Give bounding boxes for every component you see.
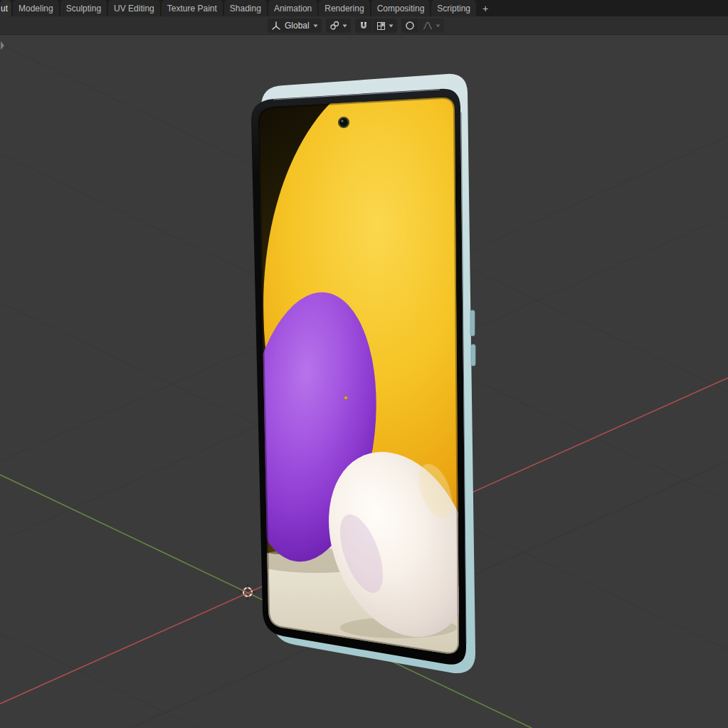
chevron-down-icon — [313, 24, 318, 28]
phone-model[interactable] — [233, 71, 534, 673]
blender-window: ut Modeling Sculpting UV Editing Texture… — [0, 0, 728, 728]
falloff-curve-icon — [423, 21, 433, 30]
tab-layout-clipped[interactable]: ut — [0, 0, 11, 16]
volume-button — [470, 310, 475, 336]
tab-texture-paint[interactable]: Texture Paint — [162, 0, 223, 16]
workspace-tab-bar: ut Modeling Sculpting UV Editing Texture… — [0, 0, 728, 16]
proportional-editing-icon — [405, 21, 415, 31]
tab-sculpting[interactable]: Sculpting — [60, 0, 107, 16]
chevron-down-icon — [389, 24, 394, 28]
tab-shading[interactable]: Shading — [224, 0, 267, 16]
viewport-3d[interactable] — [0, 0, 728, 728]
camera-punch-hole — [339, 117, 349, 127]
snap-toggle-button[interactable] — [355, 19, 372, 33]
orientation-label: Global — [284, 19, 310, 33]
tab-scripting[interactable]: Scripting — [431, 0, 476, 16]
proportional-editing-toggle[interactable] — [401, 19, 418, 33]
camera-lens-glint — [342, 120, 344, 122]
proportional-falloff-dropdown[interactable] — [419, 19, 444, 33]
proportional-editing-group — [401, 19, 444, 33]
snap-settings-dropdown[interactable] — [373, 19, 397, 33]
magnet-icon — [359, 21, 369, 31]
phone-screen-wallpaper — [233, 71, 534, 669]
viewport-header: Global — [0, 16, 728, 35]
pivot-point-dropdown[interactable] — [326, 19, 351, 33]
pivot-point-icon — [329, 21, 339, 31]
object-origin-point[interactable] — [344, 396, 348, 400]
viewport-header-controls: Global — [268, 19, 444, 33]
transform-orientation-dropdown[interactable]: Global — [268, 19, 322, 33]
chevron-down-icon — [436, 24, 441, 28]
tab-rendering[interactable]: Rendering — [319, 0, 369, 16]
power-button — [471, 344, 475, 366]
tab-animation[interactable]: Animation — [268, 0, 317, 16]
chevron-down-icon — [342, 24, 347, 28]
toolbar-expand-arrow[interactable] — [1, 41, 4, 50]
tab-modeling[interactable]: Modeling — [13, 0, 59, 16]
snapping-group — [355, 19, 397, 33]
add-workspace-button[interactable]: + — [478, 0, 493, 16]
snap-increment-icon — [376, 21, 386, 31]
transform-orientation-icon — [271, 21, 281, 31]
tab-uv-editing[interactable]: UV Editing — [108, 0, 160, 16]
tab-compositing[interactable]: Compositing — [371, 0, 431, 16]
